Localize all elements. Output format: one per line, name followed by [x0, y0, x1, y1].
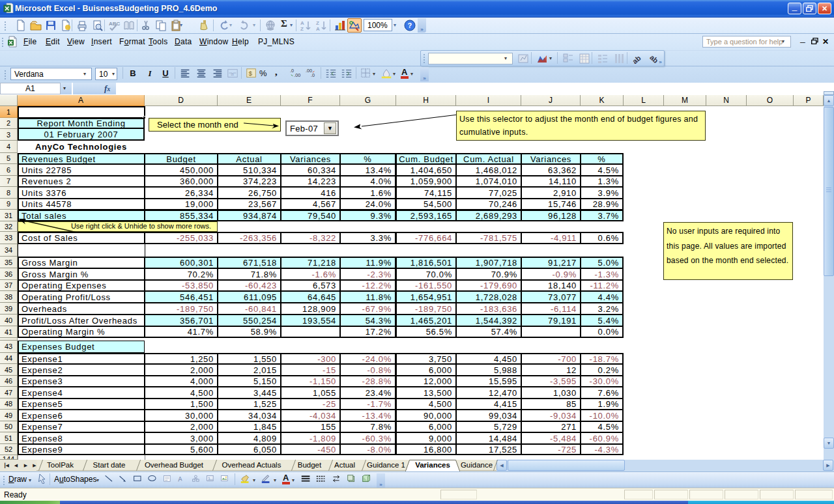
svg-text:.0: .0	[311, 72, 315, 78]
svg-text:?: ?	[408, 21, 412, 29]
svg-text:$: $	[249, 70, 253, 77]
svg-text:A: A	[177, 475, 182, 483]
svg-text:ABC: ABC	[109, 21, 121, 27]
svg-text:.00: .00	[294, 72, 300, 78]
svg-text:Z: Z	[300, 26, 304, 32]
svg-text:A: A	[300, 20, 304, 26]
svg-text:ab: ab	[632, 54, 642, 65]
svg-text:Z: Z	[316, 20, 319, 26]
svg-text:A: A	[316, 26, 320, 32]
svg-text:.0: .0	[290, 68, 294, 74]
svg-text:a: a	[231, 71, 234, 77]
